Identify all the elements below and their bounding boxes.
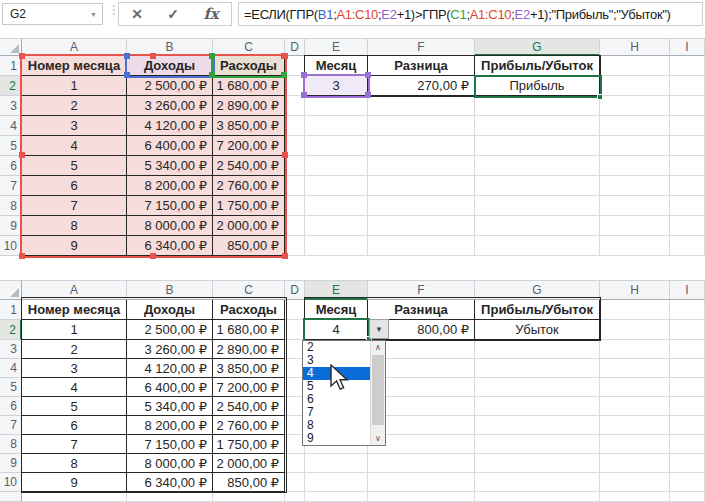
cell-d3[interactable] bbox=[285, 96, 305, 116]
cell-g6[interactable] bbox=[475, 397, 600, 416]
cell-b3[interactable]: 3 260,00 ₽ bbox=[127, 340, 213, 359]
cell-i5[interactable] bbox=[670, 136, 705, 156]
select-all-corner[interactable] bbox=[0, 280, 22, 300]
cell-e1[interactable]: Месяц bbox=[305, 56, 368, 76]
cell-d7[interactable] bbox=[285, 176, 305, 196]
cell-b10[interactable]: 6 340,00 ₽ bbox=[127, 236, 213, 256]
cell-a3[interactable]: 2 bbox=[22, 96, 127, 116]
insert-function-button[interactable]: fx bbox=[203, 5, 218, 23]
cell-f1[interactable]: Разница bbox=[368, 300, 475, 320]
cell-b3[interactable]: 3 260,00 ₽ bbox=[127, 96, 213, 116]
cell-i11[interactable] bbox=[670, 492, 705, 502]
cell-c5[interactable]: 7 200,00 ₽ bbox=[213, 378, 285, 397]
cell-f9[interactable] bbox=[368, 454, 475, 473]
row-header-5[interactable]: 5 bbox=[0, 378, 22, 397]
cell-a11[interactable] bbox=[22, 492, 127, 502]
cell-f7[interactable] bbox=[368, 176, 475, 196]
column-header-i[interactable]: I bbox=[670, 38, 705, 56]
cell-h8[interactable] bbox=[600, 435, 670, 454]
cell-i10[interactable] bbox=[670, 473, 705, 492]
cell-b4[interactable]: 4 120,00 ₽ bbox=[127, 359, 213, 378]
cell-f10[interactable] bbox=[368, 236, 475, 256]
cell-e10[interactable] bbox=[305, 473, 368, 492]
cell-f2[interactable]: 270,00 ₽ bbox=[368, 76, 475, 96]
cell-e7[interactable] bbox=[305, 176, 368, 196]
cell-d1[interactable] bbox=[285, 300, 305, 320]
cell-e4[interactable] bbox=[305, 116, 368, 136]
cell-b11[interactable] bbox=[127, 492, 213, 502]
column-header-e[interactable]: E bbox=[305, 38, 368, 56]
cell-h1[interactable] bbox=[600, 300, 670, 320]
cell-b4[interactable]: 4 120,00 ₽ bbox=[127, 116, 213, 136]
cell-e5[interactable] bbox=[305, 136, 368, 156]
cell-a8[interactable]: 7 bbox=[22, 196, 127, 216]
scrollbar-thumb[interactable] bbox=[372, 355, 384, 425]
cell-i2[interactable] bbox=[670, 76, 705, 96]
column-header-g[interactable]: G bbox=[475, 38, 600, 56]
cell-h7[interactable] bbox=[600, 416, 670, 435]
cell-g9[interactable] bbox=[475, 216, 600, 236]
cell-b1[interactable]: Доходы bbox=[127, 300, 213, 320]
cell-h6[interactable] bbox=[600, 397, 670, 416]
cell-i6[interactable] bbox=[670, 397, 705, 416]
row-header-6[interactable]: 6 bbox=[0, 397, 22, 416]
cell-f10[interactable] bbox=[368, 473, 475, 492]
cell-a5[interactable]: 4 bbox=[22, 378, 127, 397]
row-header-8[interactable]: 8 bbox=[0, 196, 22, 216]
cell-a1[interactable]: Номер месяца bbox=[22, 300, 127, 320]
column-header-f[interactable]: F bbox=[368, 38, 475, 56]
cell-g5[interactable] bbox=[475, 378, 600, 397]
cell-d4[interactable] bbox=[285, 116, 305, 136]
cell-e2[interactable]: 4 bbox=[305, 320, 368, 340]
cell-a7[interactable]: 6 bbox=[22, 176, 127, 196]
cell-i4[interactable] bbox=[670, 359, 705, 378]
cell-g1[interactable]: Прибыль/Убыток bbox=[475, 56, 600, 76]
cell-b5[interactable]: 6 400,00 ₽ bbox=[127, 378, 213, 397]
row-header-10[interactable]: 10 bbox=[0, 473, 22, 492]
cell-b9[interactable]: 8 000,00 ₽ bbox=[127, 216, 213, 236]
cell-g2[interactable]: Прибыль bbox=[475, 76, 600, 96]
cell-c6[interactable]: 2 540,00 ₽ bbox=[213, 397, 285, 416]
column-header-b[interactable]: B bbox=[127, 38, 213, 56]
cell-e2[interactable]: 3 bbox=[305, 76, 368, 96]
fill-handle[interactable] bbox=[597, 94, 603, 100]
column-header-h[interactable]: H bbox=[600, 38, 670, 56]
cell-d6[interactable] bbox=[285, 156, 305, 176]
column-header-c[interactable]: C bbox=[213, 38, 285, 56]
cell-c5[interactable]: 7 200,00 ₽ bbox=[213, 136, 285, 156]
cell-c10[interactable]: 850,00 ₽ bbox=[213, 236, 285, 256]
row-header-7[interactable]: 7 bbox=[0, 416, 22, 435]
cell-i1[interactable] bbox=[670, 56, 705, 76]
cell-c4[interactable]: 3 850,00 ₽ bbox=[213, 359, 285, 378]
cell-h3[interactable] bbox=[600, 96, 670, 116]
column-header-a[interactable]: A bbox=[22, 280, 127, 300]
row-header-1[interactable]: 1 bbox=[0, 300, 22, 320]
cell-d9[interactable] bbox=[285, 454, 305, 473]
scroll-up-icon[interactable]: ∧ bbox=[371, 341, 385, 354]
cell-h4[interactable] bbox=[600, 359, 670, 378]
cell-h10[interactable] bbox=[600, 236, 670, 256]
column-header-g[interactable]: G bbox=[475, 280, 600, 300]
dropdown-arrow-button[interactable]: ▼ bbox=[369, 319, 389, 339]
cell-d9[interactable] bbox=[285, 216, 305, 236]
cell-c1[interactable]: Расходы bbox=[213, 56, 285, 76]
cell-c1[interactable]: Расходы bbox=[213, 300, 285, 320]
cell-c2[interactable]: 1 680,00 ₽ bbox=[213, 76, 285, 96]
cell-g8[interactable] bbox=[475, 435, 600, 454]
dropdown-item[interactable]: 9 bbox=[303, 432, 371, 445]
cell-g9[interactable] bbox=[475, 454, 600, 473]
cell-h8[interactable] bbox=[600, 196, 670, 216]
cell-h4[interactable] bbox=[600, 116, 670, 136]
cell-i7[interactable] bbox=[670, 416, 705, 435]
cell-e10[interactable] bbox=[305, 236, 368, 256]
cell-h2[interactable] bbox=[600, 320, 670, 340]
row-header-2[interactable]: 2 bbox=[0, 76, 22, 96]
cell-d5[interactable] bbox=[285, 136, 305, 156]
cell-g6[interactable] bbox=[475, 156, 600, 176]
row-header-10[interactable]: 10 bbox=[0, 236, 22, 256]
cell-f3[interactable] bbox=[368, 96, 475, 116]
cell-b8[interactable]: 7 150,00 ₽ bbox=[127, 196, 213, 216]
cell-g10[interactable] bbox=[475, 236, 600, 256]
cell-i1[interactable] bbox=[670, 300, 705, 320]
cell-h3[interactable] bbox=[600, 340, 670, 359]
